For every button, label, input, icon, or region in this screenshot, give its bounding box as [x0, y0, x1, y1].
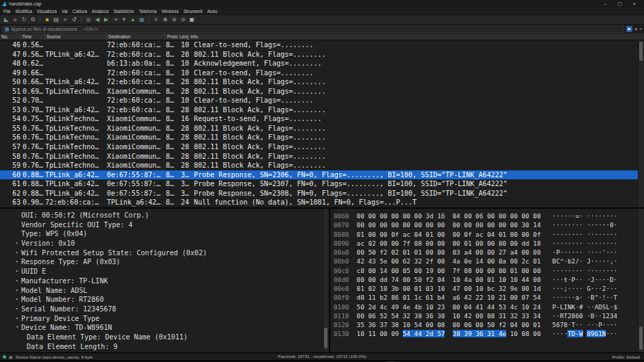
- detail-line-12[interactable]: ▾Device Name: TD-W8961N: [0, 323, 329, 333]
- packet-row-51[interactable]: 510.69…TpLinkTechno…XiaomiCommun…8…28802…: [0, 87, 644, 96]
- packet-row-61[interactable]: 610.88…TPLink_a6:42…0e:67:55:87:…8…3…Pro…: [0, 179, 644, 189]
- packet-row-63[interactable]: 630.90…72:eb:60:ca:…TPLink_a6:42…8…24Nul…: [0, 198, 644, 207]
- add-filter-button[interactable]: +: [639, 27, 642, 31]
- hex-row-0120[interactable]: 0120 35 36 37 38 10 54 00 08 00 06 00 50…: [334, 320, 644, 329]
- packet-row-54[interactable]: 540.75…TpLinkTechno…XiaomiCommun…8…16Req…: [0, 114, 644, 124]
- auto-scroll-icon[interactable]: ▦: [138, 16, 145, 23]
- zoom-reset-icon[interactable]: ⊙: [179, 16, 186, 23]
- capture-options-icon[interactable]: ⚙: [29, 16, 36, 23]
- hex-row-00b0[interactable]: 00b0 42 43 5e 00 62 32 2f 00 4a 0e 14 00…: [334, 257, 644, 266]
- tree-expander-icon[interactable]: ▸: [16, 305, 18, 314]
- detail-line-2[interactable]: Type: WPS (0x04): [0, 229, 329, 239]
- column-header-no[interactable]: No.: [0, 34, 21, 40]
- packet-row-59[interactable]: 590.76…TpLinkTechno…XiaomiCommun…8…28802…: [0, 161, 644, 170]
- hex-row-0060[interactable]: 0060 00 00 00 00 00 00 3d 16 04 00 06 00…: [334, 211, 644, 220]
- go-up-icon[interactable]: ▲: [129, 16, 136, 23]
- tree-expander-icon[interactable]: ▸: [16, 257, 18, 267]
- close-file-icon[interactable]: ×: [62, 16, 69, 23]
- tree-expander-icon[interactable]: ▸: [16, 267, 18, 276]
- go-forward-icon[interactable]: ▶: [103, 16, 110, 23]
- tree-expander-icon[interactable]: ▸: [16, 276, 18, 286]
- packet-row-50[interactable]: 500.66…TPLink_a6:42…72:eb:60:ca:…8…28802…: [0, 77, 644, 87]
- reload-file-icon[interactable]: ↺: [71, 16, 77, 23]
- detail-line-8[interactable]: ▸Model Name: ADSL: [0, 286, 329, 296]
- detail-line-6[interactable]: ▸UUID E: [0, 267, 329, 276]
- menu-item-cattura[interactable]: Cattura: [73, 9, 87, 14]
- go-back-icon[interactable]: ◀: [94, 16, 101, 23]
- detail-line-1[interactable]: Vendor Specific OUI Type: 4: [0, 220, 329, 230]
- hex-row-00d0[interactable]: 00d0 00 00 dd 74 00 50 f2 04 10 4a 00 01…: [334, 275, 644, 284]
- menu-item-file[interactable]: File: [3, 9, 10, 14]
- packet-row-49[interactable]: 490.66…72:eb:60:ca:…8…10Clear-to-send, F…: [0, 68, 644, 78]
- column-header-time[interactable]: Time: [21, 34, 45, 40]
- packet-list-scrollbar[interactable]: [638, 40, 644, 207]
- hex-row-0100[interactable]: 0100 50 2d 4c 49 4e 4b 10 23 00 04 41 44…: [334, 302, 644, 311]
- packet-row-48[interactable]: 480.62…b6:13:ab:0a:…8…10Acknowledgement,…: [0, 59, 644, 68]
- capture-file-icon[interactable]: ▤: [9, 354, 13, 359]
- detail-line-14[interactable]: Data Element Length: 9: [0, 342, 329, 352]
- detail-line-3[interactable]: ▸Version: 0x10: [0, 239, 329, 248]
- column-header-source[interactable]: Source: [45, 34, 107, 40]
- hex-row-00f0[interactable]: 00f0 d8 11 b2 86 01 1c 61 b4 a6 42 22 10…: [334, 293, 644, 302]
- hex-row-0110[interactable]: 0110 00 06 52 54 32 38 36 30 10 42 00 08…: [334, 311, 644, 320]
- filter-dropdown-icon[interactable]: ▾: [634, 27, 637, 32]
- tree-expander-icon[interactable]: ▾: [16, 323, 18, 333]
- menu-item-wireless[interactable]: Wireless: [162, 9, 179, 14]
- tree-expander-icon[interactable]: ▸: [16, 286, 18, 296]
- packet-row-52[interactable]: 520.70…72:eb:60:ca:…8…10Clear-to-send, F…: [0, 96, 644, 105]
- hex-row-0070[interactable]: 0070 00 00 00 00 00 00 00 00 00 00 00 00…: [334, 220, 644, 229]
- minimize-button[interactable]: –: [604, 1, 606, 7]
- packet-list-scroll-thumb[interactable]: [639, 42, 643, 61]
- packet-row-56[interactable]: 560.76…TpLinkTechno…XiaomiCommun…8…28802…: [0, 133, 644, 142]
- menu-item-telefonia[interactable]: Telefonia: [139, 9, 157, 14]
- apply-filter-icon[interactable]: ▶: [626, 26, 632, 32]
- packet-row-58[interactable]: 580.76…TpLinkTechno…XiaomiCommun…8…28802…: [0, 152, 644, 161]
- profile-label[interactable]: Profilo: Default: [612, 354, 641, 359]
- open-file-icon[interactable]: ■: [44, 16, 51, 23]
- close-button[interactable]: ×: [633, 1, 636, 7]
- packet-row-57[interactable]: 570.76…TpLinkTechno…XiaomiCommun…8…28802…: [0, 142, 644, 152]
- resize-columns-icon[interactable]: ▣: [188, 16, 195, 23]
- detail-line-0[interactable]: OUI: 00:50:f2 (Microsoft Corp.): [0, 211, 329, 220]
- column-header-info[interactable]: Info: [189, 34, 644, 40]
- detail-line-7[interactable]: ▸Manufacturer: TP-LINK: [0, 276, 329, 286]
- tree-expander-icon[interactable]: ▸: [16, 239, 18, 248]
- tree-expander-icon[interactable]: ▸: [16, 248, 18, 258]
- menu-item-statistiche[interactable]: Statistiche: [114, 9, 134, 14]
- packet-row-46[interactable]: 460.56…72:eb:60:ca:…8…10Clear-to-send, F…: [0, 40, 644, 50]
- hex-scrollbar[interactable]: [638, 209, 644, 352]
- packet-row-53[interactable]: 530.70…TPLink_a6:42…72:eb:60:ca:…8…28802…: [0, 105, 644, 115]
- go-to-packet-icon[interactable]: ⇥: [112, 16, 119, 23]
- hex-row-0130[interactable]: 0130 10 11 00 09 54 44 2d 57 38 39 36 31…: [334, 329, 644, 338]
- tree-expander-icon[interactable]: ▸: [16, 295, 18, 305]
- details-scroll-thumb[interactable]: [324, 328, 327, 348]
- column-header-protocol[interactable]: Protocol: [166, 34, 178, 40]
- zoom-in-icon[interactable]: ⊕: [162, 16, 169, 23]
- maximize-button[interactable]: ▢: [617, 1, 622, 7]
- detail-line-13[interactable]: Data Element Type: Device Name (0x1011): [0, 333, 329, 342]
- hex-row-00c0[interactable]: 00c0 c8 00 14 00 05 00 19 00 7f 08 00 00…: [334, 266, 644, 275]
- filter-bookmark-icon[interactable]: [5, 27, 9, 31]
- menu-item-strumenti[interactable]: Strumenti: [184, 9, 203, 14]
- zoom-out-icon[interactable]: ⊖: [171, 16, 177, 23]
- packet-row-55[interactable]: 550.76…TpLinkTechno…XiaomiCommun…8…28802…: [0, 124, 644, 133]
- menu-item-visualizza[interactable]: Visualizza: [37, 9, 57, 14]
- detail-line-4[interactable]: ▸Wifi Protected Setup State: Configured …: [0, 248, 329, 258]
- column-header-length[interactable]: Length: [178, 34, 189, 40]
- menu-item-aiuto[interactable]: Aiuto: [207, 9, 217, 14]
- packet-row-60[interactable]: 600.88…TPLink_a6:42…0e:67:55:87:…8…3…Pro…: [0, 170, 644, 180]
- detail-line-5[interactable]: ▸Response Type: AP (0x03): [0, 257, 329, 267]
- hex-row-00e0[interactable]: 00e0 01 02 10 3b 00 01 03 10 47 00 10 bc…: [334, 284, 644, 293]
- hex-row-00a0[interactable]: 00a0 00 50 f2 02 01 01 00 00 03 a4 00 00…: [334, 248, 644, 257]
- stop-capture-icon[interactable]: ■: [12, 16, 18, 23]
- expert-info-icon[interactable]: [3, 355, 6, 359]
- hex-row-0080[interactable]: 0080 01 00 00 0f ac 04 01 00 00 0f ac 04…: [334, 230, 644, 239]
- hex-scroll-thumb[interactable]: [639, 326, 643, 350]
- display-filter-input[interactable]: Applica un filtro di visualizzazione ...…: [2, 26, 624, 33]
- tree-expander-icon[interactable]: ▸: [16, 314, 18, 324]
- menu-item-vai[interactable]: Vai: [62, 9, 68, 14]
- colorize-icon[interactable]: ≡: [153, 16, 160, 23]
- menu-item-modifica[interactable]: Modifica: [15, 9, 32, 14]
- start-capture-icon[interactable]: ◣: [3, 16, 10, 23]
- restart-capture-icon[interactable]: ↻: [21, 16, 27, 23]
